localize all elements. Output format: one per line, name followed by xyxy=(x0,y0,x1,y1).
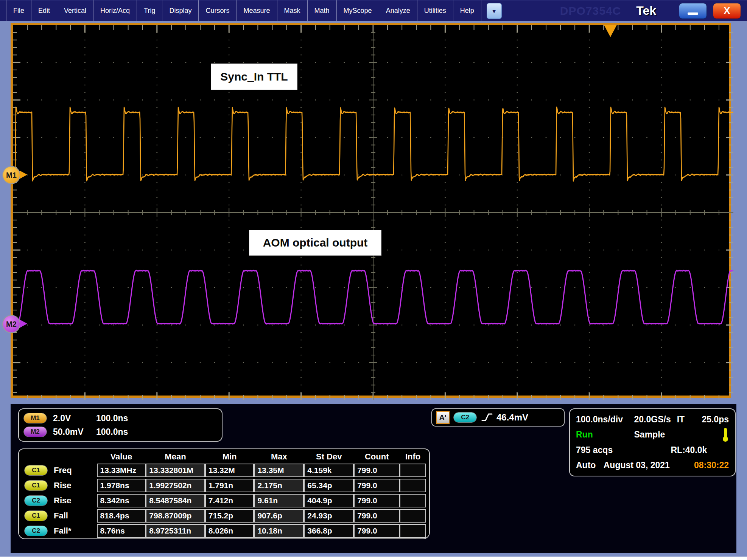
trigger-position-marker[interactable] xyxy=(604,25,617,37)
status-row-acqs: 795 acqs RL:40.0k xyxy=(576,443,729,457)
menu-overflow-button[interactable]: ▼ xyxy=(487,3,502,19)
menu-item-analyze[interactable]: Analyze xyxy=(379,0,417,21)
c2-rise-mean: 8.5487584n xyxy=(146,494,205,507)
header-min: Min xyxy=(205,451,254,463)
menu-bar: File Edit Vertical Horiz/Acq Trig Displa… xyxy=(0,0,747,21)
ch1-annotation-text: Sync_In TTL xyxy=(220,70,288,83)
menu-item-math[interactable]: Math xyxy=(308,0,337,21)
minimize-icon xyxy=(688,12,698,15)
close-button[interactable]: X xyxy=(713,3,741,19)
clock-value: 08:30:22 xyxy=(694,460,729,470)
header-spacer xyxy=(20,451,97,463)
tek-logo: Tek xyxy=(636,4,656,18)
c1-rise-count: 799.0 xyxy=(354,479,400,492)
measurement-table-panel: Value Mean Min Max St Dev Count Info C1F… xyxy=(18,448,430,539)
window-bottom-frame xyxy=(0,553,747,557)
trigger-source-badge[interactable]: C2 xyxy=(453,412,477,423)
c2-fall-value: 8.76ns xyxy=(97,524,146,538)
freq-value: 13.33MHz xyxy=(97,464,146,477)
measurement-row-freq: C1Freq 13.33MHz 13.332801M 13.32M 13.35M… xyxy=(20,464,426,477)
header-count: Count xyxy=(354,451,400,463)
menu-item-edit[interactable]: Edit xyxy=(31,0,57,21)
measurement-name: Fall xyxy=(54,511,68,521)
menu-item-utilities[interactable]: Utilities xyxy=(417,0,453,21)
freq-count: 799.0 xyxy=(354,464,400,477)
m2-vertical-scale: 50.0mV xyxy=(53,427,95,437)
c1-rise-value: 1.978ns xyxy=(97,479,146,492)
menu-item-help[interactable]: Help xyxy=(453,0,481,21)
c2-fall-count: 799.0 xyxy=(354,524,400,538)
freq-max: 13.35M xyxy=(254,464,304,477)
resolution-value: 25.0ps xyxy=(702,414,729,425)
m2-readout-row: M2 50.0mV 100.0ns xyxy=(23,425,217,438)
c1-fall-value: 818.4ps xyxy=(97,509,146,523)
c1-fall-max: 907.6p xyxy=(254,509,304,523)
c1-rise-info xyxy=(400,479,426,492)
m1-badge[interactable]: M1 xyxy=(23,413,47,423)
m1-vertical-scale: 2.0V xyxy=(53,413,95,423)
menu-item-vertical[interactable]: Vertical xyxy=(57,0,93,21)
measurement-row-c1-rise: C1Rise 1.978ns 1.9927502n 1.791n 2.175n … xyxy=(20,479,426,492)
menu-item-myscope[interactable]: MyScope xyxy=(337,0,379,21)
menu-item-trig[interactable]: Trig xyxy=(137,0,162,21)
measurement-table-header: Value Mean Min Max St Dev Count Info xyxy=(20,451,426,463)
record-length-value: RL:40.0k xyxy=(671,445,707,455)
sampling-mode-value: IT xyxy=(677,414,695,425)
trigger-a-badge[interactable]: A' xyxy=(436,411,450,424)
readout-area: M1 2.0V 100.0ns M2 50.0mV 100.0ns A' C2 … xyxy=(11,404,736,554)
m2-marker-arrow-icon xyxy=(20,320,27,328)
close-icon: X xyxy=(724,5,730,17)
run-state: Run xyxy=(576,430,634,440)
rising-edge-icon xyxy=(481,413,493,422)
measurement-name: Fall* xyxy=(54,526,71,536)
header-max: Max xyxy=(254,451,304,463)
m2-position-marker[interactable]: M2 xyxy=(2,315,20,333)
c1-rise-min: 1.791n xyxy=(205,479,254,492)
measurement-row-c1-fall: C1Fall 818.4ps 798.87009p 715.2p 907.6p … xyxy=(20,509,426,523)
c2-badge: C2 xyxy=(24,526,48,536)
c1-rise-stdev: 65.34p xyxy=(304,479,354,492)
trigger-mode-value: Auto xyxy=(576,460,604,470)
freq-stdev: 4.159k xyxy=(304,464,354,477)
freq-mean: 13.332801M xyxy=(146,464,205,477)
menubar-spacer xyxy=(502,0,560,21)
header-value: Value xyxy=(97,451,146,463)
c1-rise-mean: 1.9927502n xyxy=(146,479,205,492)
c1-rise-max: 2.175n xyxy=(254,479,304,492)
acq-mode-value: Sample xyxy=(634,430,665,440)
c1-fall-mean: 798.87009p xyxy=(146,509,205,523)
c2-badge: C2 xyxy=(24,495,48,506)
measurement-row-c2-rise: C2Rise 8.342ns 8.5487584n 7.412n 9.61n 4… xyxy=(20,494,426,507)
minimize-button[interactable] xyxy=(679,3,707,19)
ch1-annotation-box: Sync_In TTL xyxy=(211,64,297,90)
c1-fall-stdev: 24.93p xyxy=(304,509,354,523)
c1-fall-min: 715.2p xyxy=(205,509,254,523)
menu-item-cursors[interactable]: Cursors xyxy=(199,0,237,21)
m1-position-marker[interactable]: M1 xyxy=(2,166,20,184)
m1-readout-row: M1 2.0V 100.0ns xyxy=(23,412,217,425)
measurement-name: Rise xyxy=(54,481,71,490)
menu-item-mask[interactable]: Mask xyxy=(277,0,308,21)
m2-horizontal-scale: 100.0ns xyxy=(96,427,128,437)
c2-fall-max: 10.18n xyxy=(254,524,304,538)
menu-item-measure[interactable]: Measure xyxy=(237,0,277,21)
menu-item-display[interactable]: Display xyxy=(162,0,199,21)
header-mean: Mean xyxy=(146,451,205,463)
c1-fall-count: 799.0 xyxy=(354,509,400,523)
status-row-run: Run Sample xyxy=(576,428,729,442)
channel-readout-panel: M1 2.0V 100.0ns M2 50.0mV 100.0ns xyxy=(18,408,223,442)
c2-rise-max: 9.61n xyxy=(254,494,304,507)
m2-badge[interactable]: M2 xyxy=(23,427,47,437)
menu-item-file[interactable]: File xyxy=(6,0,31,21)
c2-rise-info xyxy=(400,494,426,507)
m1-marker-arrow-icon xyxy=(20,171,27,179)
c1-badge: C1 xyxy=(24,465,48,476)
m1-horizontal-scale: 100.0ns xyxy=(96,413,128,423)
c1-badge: C1 xyxy=(24,510,48,521)
c1-fall-info xyxy=(400,509,426,523)
measurement-name: Freq xyxy=(54,465,72,475)
menu-item-horiz-acq[interactable]: Horiz/Acq xyxy=(93,0,137,21)
header-info: Info xyxy=(400,451,426,463)
measurement-name: Rise xyxy=(54,496,71,506)
ch2-annotation-box: AOM optical output xyxy=(249,230,381,256)
